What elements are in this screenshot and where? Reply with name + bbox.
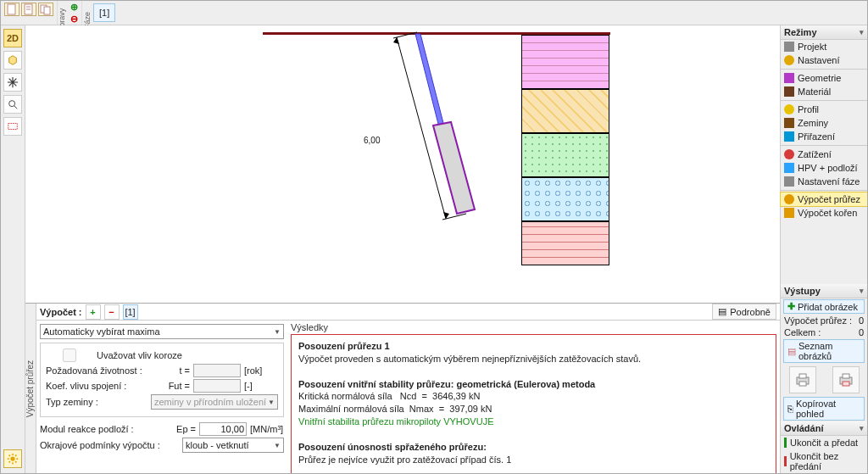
image-list-button[interactable]: ▤Seznam obrázků	[783, 339, 865, 363]
ribbon-group-edit	[1, 1, 58, 25]
phase-add-icon[interactable]: ⊕	[70, 2, 78, 13]
bc-combo[interactable]: kloub - vetknutí▼	[182, 438, 284, 453]
mode-item-geometrie[interactable]: Geometrie	[781, 71, 867, 85]
mode-icon	[784, 104, 794, 114]
left-toolbar: 2D	[1, 25, 25, 473]
mode-item-hpv-podlo-[interactable]: HPV + podloží	[781, 161, 867, 175]
mode-item-nastaven-f-ze[interactable]: Nastavení fáze	[781, 175, 867, 188]
calc-add-button[interactable]: +	[86, 304, 101, 320]
bottom-panel: Výpočet průřez Výpočet : + − [1] ▤ Podro…	[25, 303, 780, 473]
collapse-icon: ▾	[860, 287, 864, 295]
mode-item-zeminy[interactable]: Zeminy	[781, 116, 867, 130]
svg-marker-7	[415, 34, 444, 127]
svg-marker-8	[433, 122, 475, 214]
details-label: Podrobně	[730, 307, 771, 317]
svg-line-10	[393, 32, 417, 38]
mode-icon	[784, 131, 794, 142]
right-panel: Režimy▾ ProjektNastaveníGeometrieMateriá…	[780, 25, 867, 473]
res-ok2: Vnitřní stabilita průřezu mikropiloty VY…	[298, 416, 493, 427]
outputs-header-label: Výstupy	[784, 286, 821, 296]
corrosion-fieldset: Uvažovat vliv koroze Požadovaná životnos…	[40, 343, 284, 417]
mode-item-v-po-et-ko-en[interactable]: Výpočet kořen	[781, 206, 867, 220]
ribbon-btn-1[interactable]	[4, 3, 19, 16]
mode-icon	[784, 208, 794, 218]
phase-chip[interactable]: [1]	[93, 3, 115, 22]
koef-symbol: Fut =	[168, 381, 190, 391]
pan-button[interactable]	[3, 73, 22, 92]
view-2d-label: 2D	[7, 33, 19, 43]
bottom-tab[interactable]: Výpočet průřez	[25, 304, 36, 473]
calc-remove-button[interactable]: −	[104, 304, 120, 320]
phase-chip-label: [1]	[99, 8, 109, 18]
mode-icon	[784, 176, 794, 187]
modes-header[interactable]: Režimy▾	[781, 25, 867, 40]
print-button-1[interactable]	[789, 366, 816, 393]
mode-item-profil[interactable]: Profil	[781, 103, 867, 116]
finish-pass-label: Ukončit a předat	[790, 438, 858, 448]
res-l2b-sym: Nmax	[409, 404, 434, 414]
selection-mode-combo[interactable]: Automaticky vybírat maxima ▼	[40, 324, 284, 339]
mode-label: Profil	[798, 104, 819, 114]
soil-value: zeminy v přírodním uložení	[154, 397, 266, 407]
mode-item-zat-en-[interactable]: Zatížení	[781, 148, 867, 161]
res-title-2: Posouzení vnitřní stability průřezu: geo…	[298, 379, 595, 389]
modulus-input[interactable]	[199, 422, 247, 436]
app-window: Úpravy ⊕ ⊖ Fáze [1] 2D	[0, 0, 868, 474]
mode-item-projekt[interactable]: Projekt	[781, 40, 867, 53]
chevron-down-icon: ▼	[274, 442, 281, 449]
mode-item-p-i-azen-[interactable]: Přiřazení	[781, 130, 867, 143]
mode-item-materi-l[interactable]: Materiál	[781, 85, 867, 98]
mode-icon	[784, 118, 794, 128]
image-list-label: Seznam obrázků	[798, 341, 860, 361]
calc-phase-chip[interactable]: [1]	[123, 304, 138, 320]
svg-rect-5	[8, 124, 18, 130]
svg-point-6	[10, 456, 14, 460]
mode-label: HPV + podloží	[798, 163, 858, 173]
ribbon-btn-3[interactable]	[38, 3, 53, 16]
chevron-down-icon: ▼	[268, 399, 275, 406]
mode-item-v-po-et-pr-ez[interactable]: Výpočet průřez	[781, 192, 867, 206]
details-button[interactable]: ▤ Podrobně	[712, 304, 776, 320]
mode-label: Výpočet kořen	[798, 208, 857, 218]
finish-nopass-button[interactable]: Ukončit bez předání	[781, 449, 867, 473]
print-button-2[interactable]	[832, 366, 860, 393]
settings-gear-button[interactable]	[3, 449, 22, 468]
view-2d-button[interactable]: 2D	[3, 29, 22, 47]
add-image-button[interactable]: ✚Přidat obrázek	[783, 299, 865, 314]
center-area: 6,00 Výpočet průřez Výpočet : + − [1] ▤ …	[25, 25, 780, 473]
view-3d-button[interactable]	[3, 51, 22, 70]
ribbon-btn-2[interactable]	[21, 3, 36, 16]
corrosion-checkbox[interactable]	[46, 349, 93, 362]
bottom-toolbar: Výpočet : + − [1] ▤ Podrobně	[36, 304, 780, 321]
list-icon: ▤	[718, 306, 726, 317]
select-rect-button[interactable]	[3, 117, 22, 136]
phase-remove-icon[interactable]: ⊖	[70, 14, 78, 25]
dimension-label: 6,00	[363, 136, 381, 145]
out-row2-value: 0	[859, 327, 864, 337]
finish-pass-button[interactable]: Ukončit a předat	[781, 436, 867, 449]
res-l2a-val: 3646,39 kN	[432, 391, 480, 401]
out-row1-value: 0	[859, 315, 864, 326]
results-header: Výsledky	[291, 321, 776, 334]
results-column: Výsledky Posouzení průřezu 1 Výpočet pro…	[287, 321, 780, 474]
bc-value: kloub - vetknutí	[186, 440, 249, 450]
mode-icon	[784, 149, 794, 159]
controls-header[interactable]: Ovládání▾	[781, 421, 867, 436]
svg-rect-3	[44, 7, 50, 14]
zoom-button[interactable]	[3, 95, 22, 114]
drawing-canvas[interactable]: 6,00	[25, 25, 780, 303]
res-l2a-lab: Kritická normálová síla	[298, 391, 392, 401]
life-input[interactable]	[193, 364, 241, 377]
mode-label: Nastavení	[798, 55, 840, 65]
mode-item-nastaven-[interactable]: Nastavení	[781, 53, 867, 67]
koef-input[interactable]	[193, 379, 241, 393]
outputs-header[interactable]: Výstupy▾	[781, 284, 867, 298]
ribbon: Úpravy ⊕ ⊖ Fáze [1]	[1, 1, 867, 25]
res-p1: Výpočet proveden s automatickým výběrem …	[298, 354, 641, 364]
mode-icon	[784, 55, 794, 65]
soil-combo[interactable]: zeminy v přírodním uložení▼	[151, 394, 278, 410]
bc-label: Okrajové podmínky výpočtu :	[40, 440, 179, 450]
controls-header-label: Ovládání	[784, 423, 823, 433]
copy-view-button[interactable]: ⎘Kopírovat pohled	[783, 397, 865, 421]
ribbon-group-phase: ⊕ ⊖	[67, 1, 82, 25]
